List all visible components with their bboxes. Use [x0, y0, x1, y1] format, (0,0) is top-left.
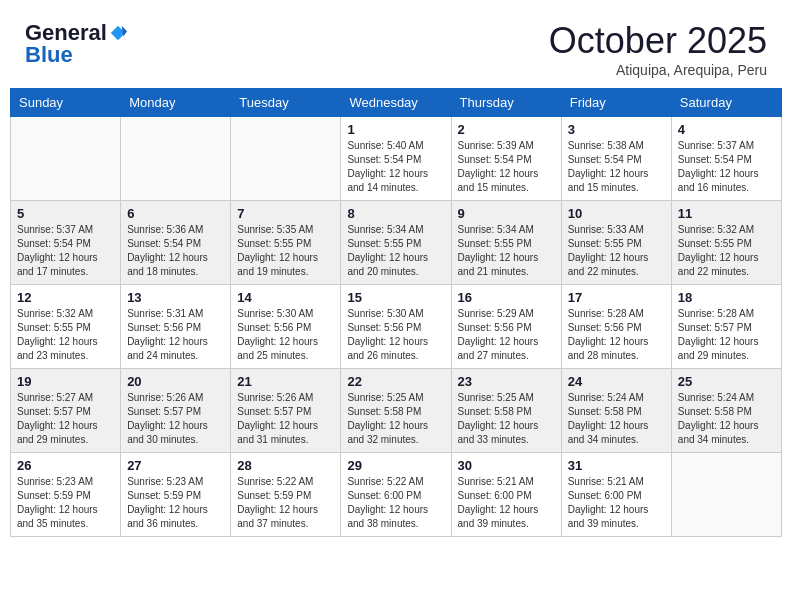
day-info: Sunrise: 5:39 AM Sunset: 5:54 PM Dayligh…: [458, 139, 555, 195]
day-of-week-header: Monday: [121, 89, 231, 117]
calendar-cell: 15Sunrise: 5:30 AM Sunset: 5:56 PM Dayli…: [341, 285, 451, 369]
calendar-cell: 2Sunrise: 5:39 AM Sunset: 5:54 PM Daylig…: [451, 117, 561, 201]
day-number: 4: [678, 122, 775, 137]
day-of-week-header: Wednesday: [341, 89, 451, 117]
day-number: 3: [568, 122, 665, 137]
day-number: 15: [347, 290, 444, 305]
day-info: Sunrise: 5:23 AM Sunset: 5:59 PM Dayligh…: [127, 475, 224, 531]
calendar-cell: 13Sunrise: 5:31 AM Sunset: 5:56 PM Dayli…: [121, 285, 231, 369]
calendar-week-row: 1Sunrise: 5:40 AM Sunset: 5:54 PM Daylig…: [11, 117, 782, 201]
day-number: 18: [678, 290, 775, 305]
day-of-week-header: Friday: [561, 89, 671, 117]
calendar-cell: 7Sunrise: 5:35 AM Sunset: 5:55 PM Daylig…: [231, 201, 341, 285]
day-number: 11: [678, 206, 775, 221]
calendar-cell: 21Sunrise: 5:26 AM Sunset: 5:57 PM Dayli…: [231, 369, 341, 453]
calendar-cell: 8Sunrise: 5:34 AM Sunset: 5:55 PM Daylig…: [341, 201, 451, 285]
day-info: Sunrise: 5:40 AM Sunset: 5:54 PM Dayligh…: [347, 139, 444, 195]
day-info: Sunrise: 5:22 AM Sunset: 6:00 PM Dayligh…: [347, 475, 444, 531]
header: General Blue October 2025 Atiquipa, Areq…: [10, 10, 782, 83]
day-info: Sunrise: 5:32 AM Sunset: 5:55 PM Dayligh…: [17, 307, 114, 363]
logo-icon: [109, 24, 127, 42]
day-info: Sunrise: 5:28 AM Sunset: 5:57 PM Dayligh…: [678, 307, 775, 363]
day-info: Sunrise: 5:29 AM Sunset: 5:56 PM Dayligh…: [458, 307, 555, 363]
day-info: Sunrise: 5:36 AM Sunset: 5:54 PM Dayligh…: [127, 223, 224, 279]
day-number: 24: [568, 374, 665, 389]
day-info: Sunrise: 5:22 AM Sunset: 5:59 PM Dayligh…: [237, 475, 334, 531]
calendar-cell: [671, 453, 781, 537]
calendar-week-row: 5Sunrise: 5:37 AM Sunset: 5:54 PM Daylig…: [11, 201, 782, 285]
day-number: 28: [237, 458, 334, 473]
day-number: 2: [458, 122, 555, 137]
day-number: 21: [237, 374, 334, 389]
calendar-cell: 29Sunrise: 5:22 AM Sunset: 6:00 PM Dayli…: [341, 453, 451, 537]
calendar-cell: 6Sunrise: 5:36 AM Sunset: 5:54 PM Daylig…: [121, 201, 231, 285]
calendar-cell: 22Sunrise: 5:25 AM Sunset: 5:58 PM Dayli…: [341, 369, 451, 453]
month-title: October 2025 Atiquipa, Arequipa, Peru: [549, 20, 767, 78]
calendar-cell: 31Sunrise: 5:21 AM Sunset: 6:00 PM Dayli…: [561, 453, 671, 537]
calendar-cell: 20Sunrise: 5:26 AM Sunset: 5:57 PM Dayli…: [121, 369, 231, 453]
day-number: 31: [568, 458, 665, 473]
calendar-week-row: 19Sunrise: 5:27 AM Sunset: 5:57 PM Dayli…: [11, 369, 782, 453]
day-number: 14: [237, 290, 334, 305]
day-number: 20: [127, 374, 224, 389]
day-info: Sunrise: 5:26 AM Sunset: 5:57 PM Dayligh…: [237, 391, 334, 447]
day-number: 19: [17, 374, 114, 389]
calendar: SundayMondayTuesdayWednesdayThursdayFrid…: [10, 88, 782, 537]
calendar-cell: 19Sunrise: 5:27 AM Sunset: 5:57 PM Dayli…: [11, 369, 121, 453]
day-number: 30: [458, 458, 555, 473]
day-of-week-header: Thursday: [451, 89, 561, 117]
calendar-cell: [121, 117, 231, 201]
calendar-cell: 25Sunrise: 5:24 AM Sunset: 5:58 PM Dayli…: [671, 369, 781, 453]
day-info: Sunrise: 5:24 AM Sunset: 5:58 PM Dayligh…: [678, 391, 775, 447]
calendar-cell: 17Sunrise: 5:28 AM Sunset: 5:56 PM Dayli…: [561, 285, 671, 369]
calendar-cell: 24Sunrise: 5:24 AM Sunset: 5:58 PM Dayli…: [561, 369, 671, 453]
day-info: Sunrise: 5:23 AM Sunset: 5:59 PM Dayligh…: [17, 475, 114, 531]
day-number: 25: [678, 374, 775, 389]
location: Atiquipa, Arequipa, Peru: [549, 62, 767, 78]
day-number: 26: [17, 458, 114, 473]
day-number: 7: [237, 206, 334, 221]
day-number: 29: [347, 458, 444, 473]
day-number: 22: [347, 374, 444, 389]
day-info: Sunrise: 5:35 AM Sunset: 5:55 PM Dayligh…: [237, 223, 334, 279]
day-number: 6: [127, 206, 224, 221]
day-info: Sunrise: 5:27 AM Sunset: 5:57 PM Dayligh…: [17, 391, 114, 447]
day-info: Sunrise: 5:30 AM Sunset: 5:56 PM Dayligh…: [347, 307, 444, 363]
day-info: Sunrise: 5:34 AM Sunset: 5:55 PM Dayligh…: [458, 223, 555, 279]
calendar-cell: 18Sunrise: 5:28 AM Sunset: 5:57 PM Dayli…: [671, 285, 781, 369]
day-info: Sunrise: 5:37 AM Sunset: 5:54 PM Dayligh…: [17, 223, 114, 279]
day-info: Sunrise: 5:32 AM Sunset: 5:55 PM Dayligh…: [678, 223, 775, 279]
calendar-cell: 30Sunrise: 5:21 AM Sunset: 6:00 PM Dayli…: [451, 453, 561, 537]
day-of-week-header: Saturday: [671, 89, 781, 117]
day-info: Sunrise: 5:31 AM Sunset: 5:56 PM Dayligh…: [127, 307, 224, 363]
day-number: 23: [458, 374, 555, 389]
day-number: 13: [127, 290, 224, 305]
calendar-cell: 5Sunrise: 5:37 AM Sunset: 5:54 PM Daylig…: [11, 201, 121, 285]
calendar-cell: 1Sunrise: 5:40 AM Sunset: 5:54 PM Daylig…: [341, 117, 451, 201]
day-info: Sunrise: 5:21 AM Sunset: 6:00 PM Dayligh…: [568, 475, 665, 531]
day-number: 5: [17, 206, 114, 221]
calendar-cell: 10Sunrise: 5:33 AM Sunset: 5:55 PM Dayli…: [561, 201, 671, 285]
calendar-header-row: SundayMondayTuesdayWednesdayThursdayFrid…: [11, 89, 782, 117]
day-number: 16: [458, 290, 555, 305]
logo: General Blue: [25, 20, 127, 68]
day-number: 27: [127, 458, 224, 473]
calendar-cell: 16Sunrise: 5:29 AM Sunset: 5:56 PM Dayli…: [451, 285, 561, 369]
calendar-cell: 28Sunrise: 5:22 AM Sunset: 5:59 PM Dayli…: [231, 453, 341, 537]
day-number: 10: [568, 206, 665, 221]
day-info: Sunrise: 5:38 AM Sunset: 5:54 PM Dayligh…: [568, 139, 665, 195]
day-info: Sunrise: 5:28 AM Sunset: 5:56 PM Dayligh…: [568, 307, 665, 363]
calendar-cell: 9Sunrise: 5:34 AM Sunset: 5:55 PM Daylig…: [451, 201, 561, 285]
logo-blue-text: Blue: [25, 42, 73, 68]
day-of-week-header: Sunday: [11, 89, 121, 117]
day-info: Sunrise: 5:21 AM Sunset: 6:00 PM Dayligh…: [458, 475, 555, 531]
month-year: October 2025: [549, 20, 767, 62]
day-info: Sunrise: 5:25 AM Sunset: 5:58 PM Dayligh…: [347, 391, 444, 447]
day-number: 17: [568, 290, 665, 305]
day-of-week-header: Tuesday: [231, 89, 341, 117]
calendar-cell: 26Sunrise: 5:23 AM Sunset: 5:59 PM Dayli…: [11, 453, 121, 537]
day-number: 1: [347, 122, 444, 137]
day-number: 12: [17, 290, 114, 305]
calendar-cell: 14Sunrise: 5:30 AM Sunset: 5:56 PM Dayli…: [231, 285, 341, 369]
day-info: Sunrise: 5:34 AM Sunset: 5:55 PM Dayligh…: [347, 223, 444, 279]
